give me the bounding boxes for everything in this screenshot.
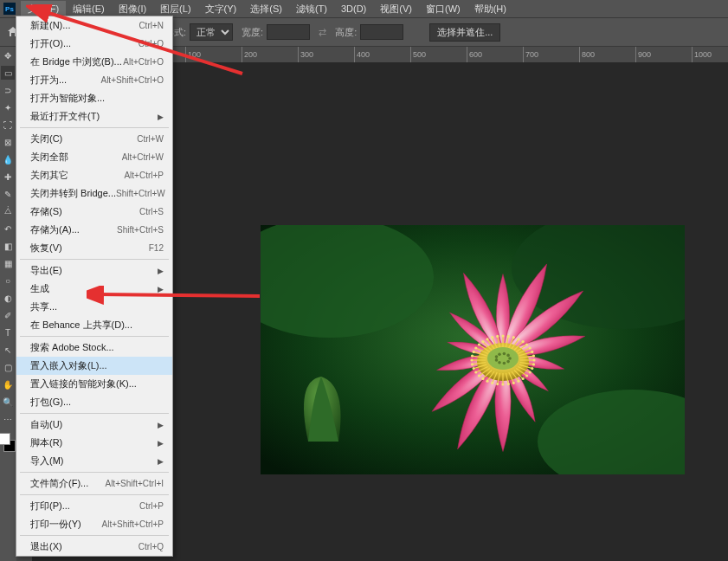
menu-window[interactable]: 窗口(W)	[419, 1, 467, 17]
svg-point-21	[531, 367, 533, 370]
menu-item[interactable]: 打印一份(Y)Alt+Shift+Ctrl+P	[16, 515, 172, 533]
history-brush-tool[interactable]: ↶	[1, 222, 15, 235]
svg-point-87	[532, 355, 535, 358]
crop-tool[interactable]: ⛶	[1, 118, 15, 132]
menu-item[interactable]: 存储为(A)...Shift+Ctrl+S	[16, 221, 172, 239]
svg-point-47	[474, 371, 477, 373]
svg-point-49	[473, 367, 475, 370]
menu-help[interactable]: 帮助(H)	[467, 1, 513, 17]
menu-item[interactable]: 关闭其它Alt+Ctrl+P	[16, 166, 172, 184]
select-and-mask-button[interactable]: 选择并遮住...	[429, 23, 500, 42]
menu-item[interactable]: 共享...	[16, 298, 172, 316]
svg-point-85	[531, 351, 533, 353]
menu-filter[interactable]: 滤镜(T)	[289, 1, 334, 17]
stamp-tool[interactable]: ⧊	[1, 204, 15, 218]
svg-point-25	[525, 374, 528, 377]
menu-file[interactable]: 文件(F)	[21, 1, 66, 17]
type-tool[interactable]: T	[1, 326, 15, 339]
menu-item[interactable]: 脚本(R)▶	[16, 434, 172, 452]
menu-item[interactable]: 自动(U)▶	[16, 416, 172, 434]
svg-point-51	[471, 363, 474, 365]
menu-item[interactable]: 退出(X)Ctrl+Q	[16, 538, 172, 556]
svg-point-61	[478, 343, 480, 345]
toolbar: ✥ ▭ ⊃ ✦ ⛶ ⊠ 💧 ✚ ✎ ⧊ ↶ ◧ ▦ ○ ◐ ✐ T ↖ ▢ ✋ …	[0, 47, 16, 454]
blur-tool[interactable]: ○	[1, 274, 15, 287]
svg-point-67	[491, 336, 493, 339]
menu-item[interactable]: 存储(S)Ctrl+S	[16, 203, 172, 221]
menu-item[interactable]: 新建(N)...Ctrl+N	[16, 16, 172, 35]
svg-point-55	[471, 355, 474, 358]
pen-tool[interactable]: ✐	[1, 308, 15, 322]
shape-tool[interactable]: ▢	[1, 360, 15, 374]
svg-point-11	[495, 358, 499, 362]
gradient-tool[interactable]: ▦	[1, 256, 15, 270]
svg-point-37	[496, 383, 499, 385]
svg-point-15	[506, 354, 510, 358]
menu-item[interactable]: 在 Behance 上共享(D)...	[16, 316, 172, 334]
eraser-tool[interactable]: ◧	[1, 239, 15, 253]
svg-point-12	[495, 355, 499, 358]
move-tool[interactable]: ✥	[1, 48, 15, 62]
menu-view[interactable]: 视图(V)	[373, 1, 419, 17]
svg-point-77	[517, 338, 519, 340]
edit-toolbar[interactable]: ⋯	[1, 412, 15, 426]
svg-point-27	[522, 377, 525, 380]
file-dropdown: 新建(N)...Ctrl+N打开(O)...Ctrl+O在 Bridge 中浏览…	[16, 16, 173, 557]
menu-type[interactable]: 文字(Y)	[198, 1, 244, 17]
menu-item[interactable]: 打印(P)...Ctrl+P	[16, 497, 172, 515]
menu-3d[interactable]: 3D(D)	[334, 2, 373, 16]
dodge-tool[interactable]: ◐	[1, 291, 15, 305]
width-field: 宽度:	[242, 24, 310, 40]
menu-item[interactable]: 打包(G)...	[16, 393, 172, 411]
menu-item[interactable]: 置入链接的智能对象(K)...	[16, 375, 172, 393]
menu-item[interactable]: 搜索 Adobe Stock...	[16, 339, 172, 357]
menu-item[interactable]: 置入嵌入对象(L)...	[16, 357, 172, 375]
menu-select[interactable]: 选择(S)	[243, 1, 289, 17]
menu-item[interactable]: 导出(E)▶	[16, 261, 172, 280]
svg-point-65	[486, 338, 488, 340]
style-field: 样式: 正常	[164, 23, 233, 41]
eyedropper-tool[interactable]: 💧	[1, 152, 15, 166]
svg-point-43	[481, 377, 484, 380]
menu-item[interactable]: 恢复(V)F12	[16, 239, 172, 257]
svg-point-6	[487, 347, 519, 370]
menu-item[interactable]: 在 Bridge 中浏览(B)...Alt+Ctrl+O	[16, 53, 172, 71]
svg-point-23	[529, 371, 532, 373]
menu-item[interactable]: 文件简介(F)...Alt+Shift+Ctrl+I	[16, 474, 172, 493]
heal-tool[interactable]: ✚	[1, 170, 15, 184]
width-label: 宽度:	[242, 26, 263, 39]
menu-layer[interactable]: 图层(L)	[153, 1, 197, 17]
width-input[interactable]	[267, 24, 310, 40]
menu-item[interactable]: 生成▶	[16, 280, 172, 298]
hand-tool[interactable]: ✋	[1, 377, 15, 391]
svg-point-71	[501, 334, 504, 337]
style-select[interactable]: 正常	[190, 23, 233, 41]
svg-point-33	[507, 383, 510, 385]
menu-item[interactable]: 打开为...Alt+Shift+Ctrl+O	[16, 71, 172, 89]
svg-point-83	[529, 346, 532, 349]
menu-image[interactable]: 图像(I)	[112, 1, 153, 17]
menu-item[interactable]: 打开(O)...Ctrl+O	[16, 35, 172, 53]
menu-item[interactable]: 打开为智能对象...	[16, 89, 172, 107]
wand-tool[interactable]: ✦	[1, 100, 15, 114]
menu-item[interactable]: 关闭全部Alt+Ctrl+W	[16, 148, 172, 166]
svg-point-31	[512, 382, 515, 384]
svg-point-75	[512, 336, 515, 339]
brush-tool[interactable]: ✎	[1, 187, 15, 201]
svg-point-29	[517, 380, 519, 383]
menu-item[interactable]: 关闭(C)Ctrl+W	[16, 130, 172, 148]
color-swatches[interactable]	[0, 433, 16, 452]
swap-icon[interactable]: ⇄	[319, 27, 326, 38]
path-tool[interactable]: ↖	[1, 343, 15, 357]
menu-item[interactable]: 导入(M)▶	[16, 452, 172, 470]
lasso-tool[interactable]: ⊃	[1, 83, 15, 97]
marquee-tool[interactable]: ▭	[1, 66, 15, 80]
frame-tool[interactable]: ⊠	[1, 135, 15, 149]
height-input[interactable]	[360, 24, 403, 40]
zoom-tool[interactable]: 🔍	[1, 395, 15, 409]
menu-item[interactable]: 最近打开文件(T)▶	[16, 107, 172, 126]
menu-edit[interactable]: 编辑(E)	[66, 1, 112, 17]
foreground-color[interactable]	[0, 433, 10, 445]
menu-item[interactable]: 关闭并转到 Bridge...Shift+Ctrl+W	[16, 184, 172, 203]
document-image[interactable]	[261, 225, 685, 474]
